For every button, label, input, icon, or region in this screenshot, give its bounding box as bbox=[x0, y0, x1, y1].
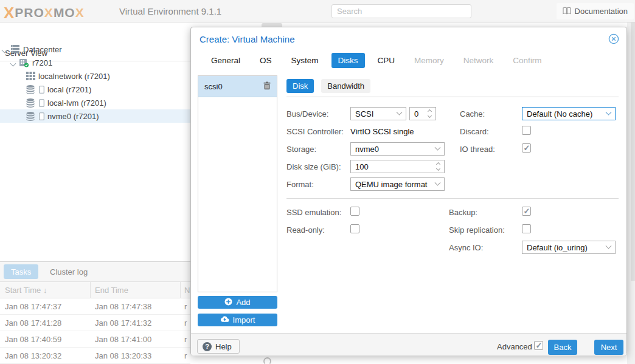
documentation-label: Documentation bbox=[575, 7, 628, 16]
format-label: Format: bbox=[286, 180, 314, 189]
next-button[interactable]: Next bbox=[594, 340, 623, 355]
column-start-time[interactable]: Start Time ↓ bbox=[5, 286, 47, 295]
storage-icon bbox=[26, 98, 36, 108]
skip-replication-checkbox[interactable] bbox=[522, 224, 531, 233]
advanced-checkbox[interactable] bbox=[534, 341, 543, 350]
ssd-emulation-label: SSD emulation: bbox=[286, 208, 341, 217]
documentation-button[interactable]: Documentation bbox=[557, 3, 634, 19]
disk-list-item-scsi0[interactable]: scsi0 bbox=[198, 76, 277, 97]
app-header: XPROXMOX Virtual Environment 9.1.1 Docum… bbox=[0, 0, 635, 22]
tab-bandwidth[interactable]: Bandwidth bbox=[321, 79, 370, 93]
scsi-controller-label: SCSI Controller: bbox=[286, 127, 344, 136]
book-icon bbox=[563, 7, 571, 16]
async-io-label: Async IO: bbox=[449, 243, 483, 252]
spinner-arrows-icon[interactable] bbox=[428, 110, 431, 117]
datacenter-icon bbox=[10, 45, 20, 53]
tab-network: Network bbox=[457, 53, 501, 68]
dialog-tabs: General OS System Disks CPU Memory Netwo… bbox=[204, 53, 549, 68]
storage-icon bbox=[26, 85, 36, 94]
create-vm-dialog: Create: Virtual Machine General OS Syste… bbox=[190, 27, 627, 355]
help-button[interactable]: ? Help bbox=[197, 339, 240, 354]
expand-chevron-icon[interactable] bbox=[11, 58, 15, 67]
tree-item-label: Datacenter bbox=[23, 45, 62, 54]
spinner-arrows-icon[interactable] bbox=[437, 163, 440, 170]
close-icon[interactable] bbox=[608, 33, 619, 44]
tab-system[interactable]: System bbox=[285, 53, 325, 68]
column-divider bbox=[180, 281, 181, 298]
bus-number-stepper[interactable]: 0 bbox=[409, 107, 436, 120]
cache-select[interactable]: Default (No cache) bbox=[522, 107, 616, 120]
column-node[interactable]: N bbox=[184, 286, 190, 295]
column-divider bbox=[90, 281, 91, 298]
task-row[interactable]: Jan 08 17:47:37 Jan 08 17:47:38 r bbox=[0, 298, 190, 315]
column-end-time[interactable]: End Time bbox=[95, 286, 128, 295]
tab-confirm: Confirm bbox=[506, 53, 548, 68]
task-node: r bbox=[184, 302, 187, 311]
import-disk-button[interactable]: Import bbox=[198, 314, 277, 326]
node-icon bbox=[19, 58, 29, 67]
expand-chevron-icon[interactable] bbox=[2, 45, 7, 54]
tasks-panel: Tasks Cluster log Start Time ↓ End Time … bbox=[0, 261, 190, 364]
tab-tasks[interactable]: Tasks bbox=[4, 264, 38, 279]
storage-label: Storage: bbox=[286, 145, 316, 154]
task-node: r bbox=[184, 335, 187, 344]
sort-desc-icon: ↓ bbox=[43, 286, 47, 295]
divider bbox=[286, 198, 619, 199]
tab-disk[interactable]: Disk bbox=[286, 79, 314, 93]
storage-select[interactable]: nvme0 bbox=[350, 142, 445, 156]
tab-memory: Memory bbox=[408, 53, 451, 68]
bus-device-select[interactable]: SCSI bbox=[350, 107, 406, 120]
discard-checkbox[interactable] bbox=[522, 126, 531, 135]
file-icon bbox=[39, 99, 44, 107]
task-node: r bbox=[184, 351, 187, 360]
question-icon: ? bbox=[203, 342, 212, 351]
disk-size-stepper[interactable]: 100 bbox=[350, 160, 445, 173]
add-disk-button[interactable]: Add bbox=[198, 296, 277, 309]
task-row[interactable]: Jan 08 17:40:59 Jan 08 17:41:00 r bbox=[0, 331, 190, 348]
tree-item-datacenter[interactable]: Datacenter bbox=[0, 43, 190, 56]
backup-checkbox[interactable] bbox=[522, 207, 531, 216]
io-thread-label: IO thread: bbox=[460, 145, 495, 154]
cloud-import-icon bbox=[220, 315, 229, 325]
version-text: Virtual Environment 9.1.1 bbox=[119, 6, 221, 16]
tab-disks[interactable]: Disks bbox=[331, 53, 365, 68]
network-icon bbox=[26, 72, 35, 80]
task-end-time: Jan 08 17:41:00 bbox=[95, 335, 151, 344]
file-icon bbox=[39, 112, 44, 120]
tree-item-node-r7201[interactable]: r7201 bbox=[0, 56, 190, 69]
search-input[interactable] bbox=[331, 4, 471, 18]
plus-circle-icon bbox=[224, 298, 232, 307]
trash-icon[interactable] bbox=[263, 81, 271, 92]
tree-item-local-lvm[interactable]: local-lvm (r7201) bbox=[0, 96, 190, 109]
help-label: Help bbox=[215, 342, 232, 351]
tree-item-label: nvme0 (r7201) bbox=[47, 112, 99, 121]
disk-list: scsi0 bbox=[198, 75, 277, 292]
task-node: r bbox=[184, 318, 187, 328]
logo-x-icon: X bbox=[4, 4, 15, 22]
background-content-sliver bbox=[631, 22, 635, 281]
tree-item-localnetwork[interactable]: localnetwork (r7201) bbox=[0, 69, 190, 83]
tree-item-label: local (r7201) bbox=[47, 85, 91, 94]
tasks-table-header: Start Time ↓ End Time N bbox=[0, 281, 190, 298]
tree-item-label: localnetwork (r7201) bbox=[38, 72, 110, 81]
task-row[interactable]: Jan 08 17:41:28 Jan 08 17:41:32 r bbox=[0, 315, 190, 331]
back-button[interactable]: Back bbox=[548, 340, 577, 355]
ssd-emulation-checkbox[interactable] bbox=[350, 207, 359, 216]
disk-size-label: Disk size (GiB): bbox=[286, 162, 341, 171]
format-select[interactable]: QEMU image format bbox=[350, 177, 445, 191]
io-thread-checkbox[interactable] bbox=[522, 143, 531, 153]
tree-item-local[interactable]: local (r7201) bbox=[0, 83, 190, 96]
tab-os[interactable]: OS bbox=[253, 53, 279, 68]
read-only-checkbox[interactable] bbox=[350, 224, 359, 233]
task-start-time: Jan 08 17:41:28 bbox=[5, 318, 61, 328]
task-row[interactable]: Jan 08 13:20:32 Jan 08 13:20:33 r bbox=[0, 348, 190, 364]
tree-item-nvme0[interactable]: nvme0 (r7201) bbox=[0, 109, 190, 123]
divider bbox=[286, 97, 619, 97]
advanced-label: Advanced bbox=[497, 342, 532, 351]
tree-item-label: r7201 bbox=[32, 58, 52, 67]
read-only-label: Read-only: bbox=[286, 225, 325, 235]
tab-general[interactable]: General bbox=[204, 53, 247, 68]
tab-cluster-log[interactable]: Cluster log bbox=[43, 264, 95, 279]
async-io-select[interactable]: Default (io_uring) bbox=[522, 241, 616, 254]
tab-cpu[interactable]: CPU bbox=[371, 53, 402, 68]
